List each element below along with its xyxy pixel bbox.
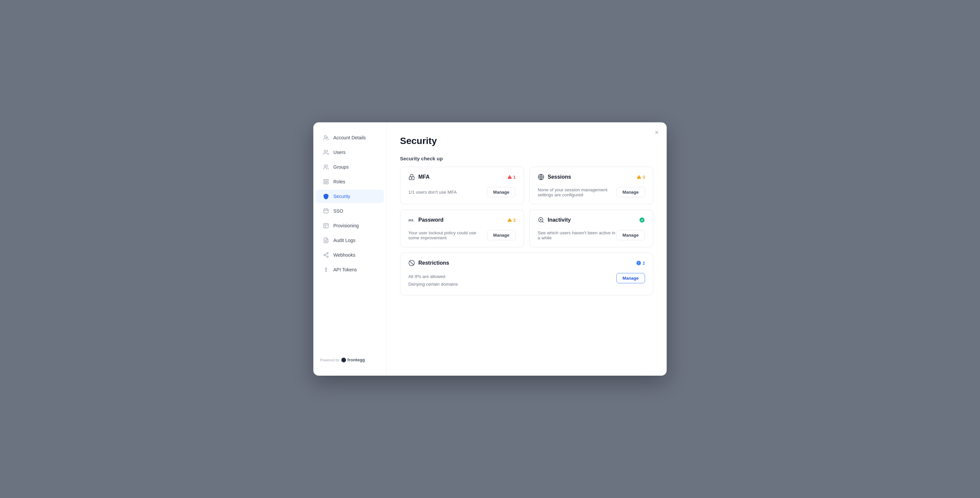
sidebar-item-provisioning[interactable]: Provisioning [316, 219, 383, 232]
sidebar-label-api-tokens: API Tokens [333, 267, 357, 272]
sidebar-label-webhooks: Webhooks [333, 252, 355, 258]
password-card: Password 2 Your user lockout policy coul… [400, 210, 524, 247]
sidebar-label-users: Users [333, 150, 346, 155]
password-card-title: Password [418, 217, 444, 223]
sidebar-label-audit-logs: Audit Logs [333, 238, 355, 243]
restrictions-card-header: Restrictions 2 [408, 260, 645, 266]
close-button[interactable]: × [655, 129, 659, 136]
sessions-card: Sessions 3 None of your session manageme… [529, 167, 653, 204]
svg-line-21 [325, 254, 327, 255]
restrictions-card-title: Restrictions [418, 260, 449, 266]
sidebar-label-groups: Groups [333, 164, 348, 170]
sidebar-item-users[interactable]: Users [316, 146, 383, 159]
account-details-icon [323, 134, 329, 141]
audit-logs-icon [323, 237, 329, 243]
sso-icon [323, 208, 329, 214]
sidebar: Account Details Users [313, 123, 387, 375]
sidebar-label-provisioning: Provisioning [333, 223, 359, 228]
sessions-manage-button[interactable]: Manage [616, 187, 645, 197]
powered-by-label: Powered by [320, 358, 339, 362]
svg-point-32 [410, 220, 412, 221]
sidebar-footer: Powered by frontegg [313, 352, 387, 368]
sessions-description: None of your session management settings… [538, 187, 616, 197]
svg-rect-5 [327, 179, 328, 181]
inactivity-description: See which users haven't been active in a… [538, 230, 616, 240]
mfa-manage-button[interactable]: Manage [487, 187, 515, 197]
svg-point-39 [640, 218, 645, 223]
sessions-card-title: Sessions [548, 174, 571, 180]
mfa-badge: 1 [508, 175, 515, 180]
api-tokens-icon [323, 266, 329, 273]
webhooks-icon [323, 252, 329, 258]
svg-line-20 [325, 255, 327, 256]
svg-point-1 [327, 137, 328, 138]
security-icon [323, 193, 329, 200]
sidebar-item-api-tokens[interactable]: API Tokens [316, 263, 383, 276]
mfa-card: MFA 1 1/1 users don't use MFA Manage [400, 167, 524, 204]
modal-overlay: × Account Details [0, 0, 980, 498]
restrictions-manage-button[interactable]: Manage [616, 273, 645, 283]
sessions-card-body: None of your session management settings… [538, 187, 645, 197]
users-icon [323, 149, 329, 156]
restrictions-icon [408, 260, 415, 266]
mfa-card-title: MFA [418, 174, 430, 180]
mfa-card-header: MFA 1 [408, 173, 515, 180]
sessions-badge-count: 3 [643, 175, 645, 180]
modal: × Account Details [313, 123, 667, 375]
inactivity-card: Inactivity See which users haven't been … [529, 210, 653, 247]
inactivity-card-header: Inactivity [538, 217, 645, 223]
inactivity-card-body: See which users haven't been active in a… [538, 230, 645, 240]
svg-point-3 [325, 165, 326, 167]
password-title-wrap: Password [408, 217, 444, 223]
svg-point-2 [325, 150, 326, 152]
restrictions-badge-count: 2 [643, 261, 645, 266]
sidebar-item-sso[interactable]: SSO [316, 204, 383, 218]
svg-line-41 [410, 261, 414, 265]
sidebar-label-account-details: Account Details [333, 135, 366, 140]
sessions-badge: 3 [637, 175, 645, 180]
sessions-title-wrap: Sessions [538, 173, 571, 180]
restrictions-badge: 2 [636, 260, 645, 266]
sidebar-label-roles: Roles [333, 179, 345, 185]
sidebar-item-groups[interactable]: Groups [316, 160, 383, 173]
middle-cards-grid: Password 2 Your user lockout policy coul… [400, 210, 653, 247]
svg-rect-12 [324, 223, 328, 228]
password-card-header: Password 2 [408, 217, 515, 223]
frontegg-brand: frontegg [341, 357, 365, 362]
main-content: Security Security check up [387, 123, 667, 375]
svg-point-0 [325, 135, 326, 137]
sidebar-item-roles[interactable]: Roles [316, 175, 383, 188]
sessions-icon [538, 173, 544, 180]
roles-icon [323, 178, 329, 185]
top-cards-grid: MFA 1 1/1 users don't use MFA Manage [400, 167, 653, 204]
restrictions-card: Restrictions 2 All IPs are allowed [400, 253, 653, 295]
inactivity-manage-button[interactable]: Manage [616, 230, 645, 240]
password-manage-button[interactable]: Manage [487, 230, 515, 240]
frontegg-dot-icon [341, 358, 346, 362]
svg-point-44 [638, 264, 639, 264]
restrictions-title-wrap: Restrictions [408, 260, 449, 266]
sidebar-item-security[interactable]: Security [316, 190, 383, 203]
mfa-card-body: 1/1 users don't use MFA Manage [408, 187, 515, 197]
sidebar-item-webhooks[interactable]: Webhooks [316, 248, 383, 262]
mfa-icon [408, 173, 415, 180]
mfa-title-wrap: MFA [408, 173, 430, 180]
svg-point-31 [409, 220, 410, 221]
section-title: Security check up [400, 156, 653, 161]
svg-rect-7 [324, 182, 325, 184]
sidebar-item-account-details[interactable]: Account Details [316, 131, 383, 144]
inactivity-badge [639, 217, 645, 223]
provisioning-icon [323, 222, 329, 229]
sidebar-label-security: Security [333, 194, 350, 199]
svg-rect-6 [327, 182, 328, 184]
svg-point-33 [412, 220, 413, 221]
restrictions-card-body: All IPs are allowed Denying certain doma… [408, 273, 645, 288]
svg-point-38 [540, 220, 541, 220]
sidebar-item-audit-logs[interactable]: Audit Logs [316, 234, 383, 247]
sessions-card-header: Sessions 3 [538, 173, 645, 180]
mfa-description: 1/1 users don't use MFA [408, 190, 457, 195]
password-description: Your user lockout policy could use some … [408, 230, 487, 240]
page-title: Security [400, 136, 653, 146]
inactivity-card-title: Inactivity [548, 217, 571, 223]
svg-rect-4 [324, 179, 325, 181]
